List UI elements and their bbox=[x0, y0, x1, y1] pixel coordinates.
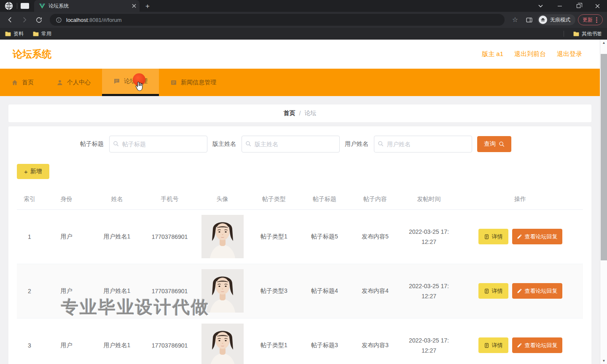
col-actions: 操作 bbox=[457, 190, 583, 209]
nav-item-personal-center[interactable]: 个人中心 bbox=[45, 69, 102, 96]
update-button[interactable]: 更新 bbox=[578, 14, 603, 25]
search-form: 帖子标题 版主姓名 用户姓名 bbox=[80, 136, 591, 153]
moderator-name-input[interactable] bbox=[242, 136, 340, 153]
col-index: 索引 bbox=[17, 190, 42, 209]
scrollbar-thumb[interactable] bbox=[601, 54, 607, 260]
user-name-input[interactable] bbox=[374, 136, 472, 153]
window-close-button[interactable] bbox=[588, 0, 607, 12]
url-text: localhost:8081/#/forum bbox=[66, 17, 122, 23]
cell-phone: 17703786901 bbox=[143, 209, 196, 264]
cell-name: 用户姓名1 bbox=[91, 209, 143, 264]
window-restore-button[interactable] bbox=[569, 0, 588, 12]
window-minimize-button[interactable] bbox=[550, 0, 569, 12]
main-card: 帖子标题 版主姓名 用户姓名 bbox=[8, 126, 591, 364]
plus-icon: + bbox=[24, 168, 28, 175]
nav-item-news-management[interactable]: 新闻信息管理 bbox=[159, 69, 228, 96]
cell-post-type: 帖子类型3 bbox=[249, 264, 299, 318]
browser-tabstrip: 论坛系统 + bbox=[0, 0, 607, 12]
bookmark-folder-item[interactable]: 资料 bbox=[5, 30, 24, 37]
col-post-time: 发帖时间 bbox=[400, 190, 457, 209]
incognito-icon bbox=[539, 16, 547, 24]
tab-close-icon[interactable] bbox=[132, 4, 136, 8]
globe-icon[interactable] bbox=[4, 1, 13, 11]
document-icon bbox=[484, 234, 489, 240]
cell-index: 2 bbox=[17, 264, 42, 318]
forum-table: 索引 身份 姓名 手机号 头像 帖子类型 帖子标题 帖子内容 发帖时间 操作 bbox=[17, 190, 583, 364]
cell-identity: 用户 bbox=[42, 318, 91, 364]
detail-button[interactable]: 详情 bbox=[478, 283, 508, 299]
divider bbox=[564, 31, 564, 37]
cell-post-title: 帖子标题5 bbox=[299, 209, 350, 264]
browser-tab[interactable]: 论坛系统 bbox=[34, 0, 140, 12]
col-avatar: 头像 bbox=[196, 190, 249, 209]
nav-item-forum-management[interactable]: 论坛管理 bbox=[102, 69, 159, 96]
pen-icon bbox=[517, 343, 522, 348]
col-post-title: 帖子标题 bbox=[299, 190, 350, 209]
address-bar[interactable]: localhost:8081/#/forum bbox=[50, 14, 505, 26]
window-thumbnail-icon[interactable] bbox=[21, 3, 29, 9]
nav-item-home[interactable]: 首页 bbox=[0, 69, 45, 96]
table-header-row: 索引 身份 姓名 手机号 头像 帖子类型 帖子标题 帖子内容 发帖时间 操作 bbox=[17, 190, 583, 209]
moderator-user-link[interactable]: 版主 a1 bbox=[482, 50, 503, 58]
watermark-text: 专业毕业设计代做 bbox=[61, 296, 209, 319]
cell-index: 3 bbox=[17, 318, 42, 364]
menu-kebab-icon[interactable] bbox=[595, 16, 598, 24]
exit-to-front-link[interactable]: 退出到前台 bbox=[514, 50, 546, 58]
cell-phone: 17703786901 bbox=[143, 318, 196, 364]
search-icon bbox=[245, 141, 251, 147]
site-logo: 论坛系统 bbox=[13, 48, 51, 61]
back-button[interactable] bbox=[4, 14, 16, 26]
post-title-input[interactable] bbox=[109, 136, 207, 153]
logout-link[interactable]: 退出登录 bbox=[557, 50, 582, 58]
col-post-content: 帖子内容 bbox=[350, 190, 400, 209]
side-panel-icon[interactable] bbox=[523, 14, 535, 26]
cell-post-time: 2022-03-25 17:12:27 bbox=[400, 209, 457, 264]
field-label-user-name: 用户姓名 bbox=[345, 140, 368, 148]
main-nav: 首页 个人中心 论坛管理 新闻信息管理 bbox=[0, 69, 600, 96]
detail-button[interactable]: 详情 bbox=[478, 337, 508, 353]
query-button[interactable]: 查询 bbox=[477, 136, 511, 152]
view-forum-reply-button[interactable]: 查看论坛回复 bbox=[512, 337, 562, 353]
detail-button[interactable]: 详情 bbox=[478, 229, 508, 244]
view-forum-reply-button[interactable]: 查看论坛回复 bbox=[512, 229, 562, 244]
avatar-image bbox=[201, 215, 244, 258]
reload-button[interactable] bbox=[33, 14, 45, 26]
cell-post-type: 帖子类型1 bbox=[249, 318, 299, 364]
cell-post-content: 发布内容4 bbox=[350, 264, 400, 318]
folder-icon bbox=[33, 31, 39, 36]
field-label-moderator-name: 版主姓名 bbox=[212, 140, 236, 148]
scroll-down-arrow[interactable]: ▼ bbox=[600, 358, 607, 364]
scroll-up-arrow[interactable]: ▲ bbox=[600, 40, 607, 46]
divider bbox=[17, 3, 17, 9]
page-content: 首页 / 论坛 帖子标题 版主姓名 用户姓名 bbox=[0, 96, 600, 364]
breadcrumb-home[interactable]: 首页 bbox=[284, 110, 295, 117]
page-scrollbar[interactable]: ▲ ▼ bbox=[600, 40, 607, 364]
browser-toolbar: localhost:8081/#/forum ☆ 无痕模式 更新 bbox=[0, 12, 607, 28]
tab-search-chevron-icon[interactable] bbox=[531, 0, 550, 12]
bookmark-star-icon[interactable]: ☆ bbox=[510, 16, 521, 23]
folder-icon bbox=[573, 31, 579, 36]
other-bookmarks[interactable]: 其他书签 bbox=[573, 30, 602, 37]
avatar-image bbox=[201, 324, 244, 364]
add-button[interactable]: + 新增 bbox=[17, 164, 49, 179]
breadcrumb: 首页 / 论坛 bbox=[8, 104, 591, 122]
breadcrumb-separator: / bbox=[299, 110, 301, 117]
search-icon bbox=[113, 141, 119, 147]
view-forum-reply-button[interactable]: 查看论坛回复 bbox=[512, 283, 562, 299]
pen-icon bbox=[517, 234, 522, 239]
bookmark-folder-item[interactable]: 常用 bbox=[33, 30, 51, 37]
info-icon[interactable] bbox=[56, 17, 62, 23]
news-icon bbox=[170, 79, 177, 86]
search-icon bbox=[499, 141, 505, 147]
site-header: 论坛系统 版主 a1 退出到前台 退出登录 bbox=[0, 40, 600, 69]
cell-actions: 详情 查看论坛回复 bbox=[457, 318, 583, 364]
table-row: 1 用户 用户姓名1 17703786901 帖子类型1 帖子标题5 bbox=[17, 209, 583, 264]
tab-title: 论坛系统 bbox=[48, 3, 129, 10]
cell-post-content: 发布内容5 bbox=[350, 209, 400, 264]
breadcrumb-current: 论坛 bbox=[304, 110, 316, 117]
folder-icon bbox=[5, 31, 11, 36]
new-tab-button[interactable]: + bbox=[145, 3, 150, 10]
forward-button[interactable] bbox=[19, 14, 30, 26]
cell-avatar bbox=[196, 318, 249, 364]
cell-actions: 详情 查看论坛回复 bbox=[457, 209, 583, 264]
